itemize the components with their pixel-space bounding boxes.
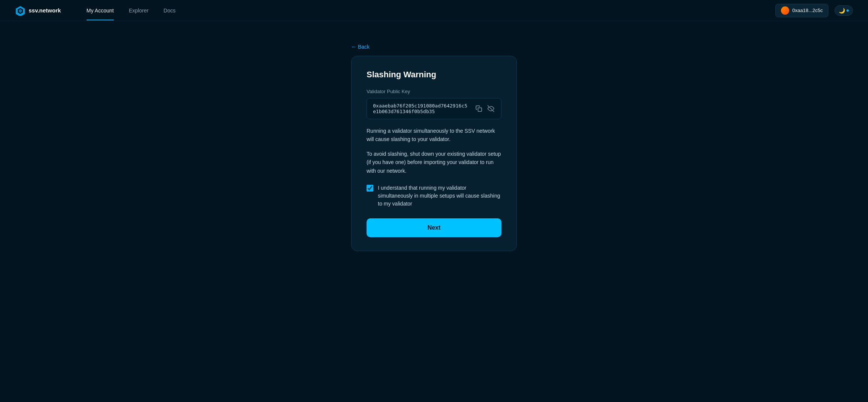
visibility-toggle-button[interactable] xyxy=(487,104,495,113)
checkbox-label[interactable]: I understand that running my validator s… xyxy=(378,184,501,208)
logo[interactable]: ssv.network xyxy=(15,5,61,16)
wallet-avatar xyxy=(781,6,789,15)
svg-rect-3 xyxy=(478,108,482,112)
moon-icon: 🌙 xyxy=(839,8,845,14)
logo-icon xyxy=(15,5,26,16)
nav-docs[interactable]: Docs xyxy=(156,1,183,20)
checkbox-row: I understand that running my validator s… xyxy=(367,184,501,208)
main-content: ← Back Slashing Warning Validator Public… xyxy=(0,21,868,251)
warning-text-2: To avoid slashing, shut down your existi… xyxy=(367,150,501,175)
eye-slash-icon xyxy=(487,105,494,112)
wallet-address: 0xaa18...2c5c xyxy=(792,8,823,13)
understand-checkbox[interactable] xyxy=(367,185,373,192)
logo-text: ssv.network xyxy=(29,7,61,14)
next-button[interactable]: Next xyxy=(367,218,501,237)
card-title: Slashing Warning xyxy=(367,70,501,80)
pubkey-icons xyxy=(475,104,495,113)
theme-dot xyxy=(847,9,849,12)
back-link-container: ← Back xyxy=(351,44,517,50)
copy-button[interactable] xyxy=(475,104,483,113)
theme-toggle[interactable]: 🌙 xyxy=(834,5,853,16)
wallet-badge[interactable]: 0xaa18...2c5c xyxy=(775,4,828,17)
pubkey-value: 0xaaebab76f205c191080ad7642916c5e1b063d7… xyxy=(373,103,470,114)
nav-explorer[interactable]: Explorer xyxy=(121,1,156,20)
back-link[interactable]: ← Back xyxy=(351,44,517,50)
nav-right: 0xaa18...2c5c 🌙 xyxy=(775,4,853,17)
copy-icon xyxy=(475,105,482,112)
slashing-warning-card: Slashing Warning Validator Public Key 0x… xyxy=(351,56,517,251)
nav-my-account[interactable]: My Account xyxy=(79,1,121,20)
warning-text-1: Running a validator simultaneously to th… xyxy=(367,127,501,144)
navbar: ssv.network My Account Explorer Docs 0xa… xyxy=(0,0,868,21)
nav-links: My Account Explorer Docs xyxy=(79,1,775,20)
pubkey-label: Validator Public Key xyxy=(367,89,501,94)
pubkey-box: 0xaaebab76f205c191080ad7642916c5e1b063d7… xyxy=(367,98,501,119)
